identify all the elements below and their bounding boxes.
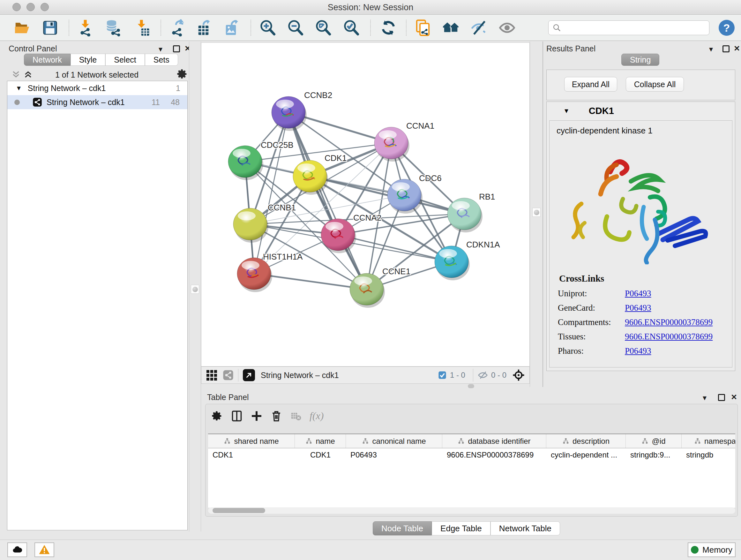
cloud-button[interactable] (7, 543, 27, 557)
network-node-cdkn1a[interactable]: CDKN1A (434, 240, 500, 280)
save-session-icon[interactable] (41, 18, 59, 37)
network-node-cdk1[interactable]: CDK1 (293, 153, 347, 195)
tab-network-table[interactable]: Network Table (490, 521, 560, 536)
collapse-section-icon[interactable]: ▼ (563, 107, 569, 115)
expand-all-button[interactable]: Expand All (564, 77, 617, 91)
network-canvas[interactable]: CCNB2CCNA1CDC25BCDK1CDC6RB1CCNB1CCNA2CDK… (201, 43, 530, 367)
close-panel-icon[interactable]: ✕ (731, 393, 737, 401)
left-splitter-handle[interactable] (191, 285, 199, 294)
column-header-label: database identifier (468, 437, 530, 446)
network-node-hist1h1a[interactable]: HIST1H1A (237, 252, 303, 292)
column-header-id[interactable]: @id (626, 434, 682, 448)
collapse-all-button[interactable]: Collapse All (626, 77, 684, 91)
table-cell[interactable]: CDK1 (208, 448, 295, 462)
close-panel-icon[interactable]: ✕ (734, 44, 740, 53)
import-table-icon[interactable] (133, 18, 151, 37)
search-bar[interactable] (548, 20, 710, 35)
table-cell[interactable]: 9606.ENSP00000378699 (442, 448, 546, 462)
open-session-icon[interactable] (13, 18, 31, 37)
tab-string[interactable]: String (621, 54, 659, 66)
show-hide-graphics-icon[interactable] (470, 18, 488, 37)
left-splitter[interactable] (189, 42, 201, 532)
table-cell[interactable]: stringdb:9... (626, 448, 682, 462)
network-edge[interactable] (254, 112, 288, 273)
fit-content-crosshair-icon[interactable] (512, 369, 525, 381)
float-panel-icon[interactable] (718, 394, 725, 401)
right-splitter-handle[interactable] (532, 208, 541, 217)
float-panel-icon[interactable] (723, 45, 730, 52)
export-table-icon[interactable] (196, 18, 214, 37)
right-splitter[interactable] (530, 42, 543, 387)
selected-checkbox-icon[interactable] (438, 371, 447, 380)
birds-eye-grid-icon[interactable] (206, 370, 217, 381)
crosslink-row: Uniprot:P06493 (558, 289, 732, 299)
tab-network[interactable]: Network (24, 54, 71, 66)
zoom-selected-icon[interactable] (342, 18, 360, 37)
tab-style[interactable]: Style (71, 54, 106, 66)
duplicate-network-icon[interactable] (414, 18, 432, 37)
horizontal-splitter[interactable] (201, 384, 530, 387)
network-overview-icon[interactable] (223, 370, 233, 381)
column-header-canonical-name[interactable]: canonical name (346, 434, 442, 448)
float-panel-icon[interactable] (173, 45, 180, 52)
export-image-icon[interactable] (223, 18, 242, 37)
table-horizontal-scrollbar[interactable] (208, 507, 735, 514)
column-header-database-identifier[interactable]: database identifier (442, 434, 546, 448)
column-header-description[interactable]: description (546, 434, 626, 448)
refresh-icon[interactable] (379, 18, 398, 37)
tab-select[interactable]: Select (105, 54, 145, 66)
column-header-shared-name[interactable]: shared name (208, 434, 295, 448)
network-edge[interactable] (288, 112, 367, 289)
panel-menu-icon[interactable]: ▾ (709, 45, 713, 54)
function-builder-icon[interactable]: f(x) (310, 410, 324, 422)
import-network-from-database-icon[interactable] (104, 18, 122, 37)
add-column-icon[interactable] (251, 410, 262, 422)
table-settings-gear-icon[interactable] (211, 410, 223, 422)
preview-eye-icon[interactable] (498, 18, 516, 37)
zoom-fit-icon[interactable] (314, 18, 333, 37)
network-node-ccnb2[interactable]: CCNB2 (272, 90, 332, 131)
crosslink-link[interactable]: 9606.ENSP00000378699 (625, 332, 713, 341)
show-columns-icon[interactable] (231, 410, 243, 422)
memory-button[interactable]: Memory (688, 543, 736, 557)
table-cell[interactable]: cyclin-dependent ... (546, 448, 626, 462)
crosslink-link[interactable]: P06493 (625, 346, 651, 356)
crosslink-link[interactable]: P06493 (625, 289, 651, 299)
panel-menu-icon[interactable]: ▾ (158, 45, 162, 54)
home-pages-icon[interactable] (442, 18, 460, 37)
search-input[interactable] (564, 23, 701, 32)
hidden-eye-slash-icon[interactable] (478, 370, 488, 380)
crosslink-link[interactable]: P06493 (625, 303, 651, 313)
export-network-icon[interactable] (168, 18, 187, 37)
tab-edge-table[interactable]: Edge Table (432, 521, 490, 536)
tab-sets[interactable]: Sets (145, 54, 178, 66)
column-header-name[interactable]: name (295, 434, 346, 448)
node-details-header[interactable]: ▼ CDK1 (547, 102, 735, 120)
zoom-out-icon[interactable] (286, 18, 305, 37)
zoom-in-icon[interactable] (259, 18, 277, 37)
network-node-ccna1[interactable]: CCNA1 (374, 121, 434, 162)
warnings-button[interactable] (35, 543, 54, 557)
tab-node-table[interactable]: Node Table (373, 521, 432, 536)
crosslink-link[interactable]: 9606.ENSP00000378699 (625, 317, 713, 327)
table-cell[interactable]: stringdb (682, 448, 735, 462)
network-node-cdc6[interactable]: CDC6 (387, 173, 442, 213)
table-row[interactable]: CDK1CDK1P064939606.ENSP00000378699cyclin… (208, 448, 735, 462)
column-header-namespace[interactable]: namespace (682, 434, 735, 448)
delete-column-trash-icon[interactable] (271, 410, 282, 422)
table-cell[interactable]: CDK1 (295, 448, 346, 462)
tree-expand-icon[interactable]: ▼ (16, 84, 22, 92)
scrollbar-thumb[interactable] (212, 508, 265, 513)
network-collection-row[interactable]: ▼ String Network – cdk1 1 (7, 81, 187, 95)
network-node-rb1[interactable]: RB1 (448, 192, 495, 233)
import-network-icon[interactable] (77, 18, 95, 37)
table-cell[interactable]: P06493 (346, 448, 442, 462)
help-button[interactable]: ? (719, 20, 735, 36)
network-options-gear-icon[interactable] (177, 68, 188, 81)
detach-view-icon[interactable] (243, 369, 255, 381)
panel-menu-icon[interactable]: ▾ (703, 393, 706, 402)
delete-table-icon[interactable] (290, 411, 301, 422)
network-row-selected[interactable]: String Network – cdk1 11 48 (7, 95, 187, 109)
network-graph[interactable]: CCNB2CCNA1CDC25BCDK1CDC6RB1CCNB1CCNA2CDK… (201, 43, 529, 366)
crosslink-row: Tissues:9606.ENSP00000378699 (558, 332, 732, 341)
